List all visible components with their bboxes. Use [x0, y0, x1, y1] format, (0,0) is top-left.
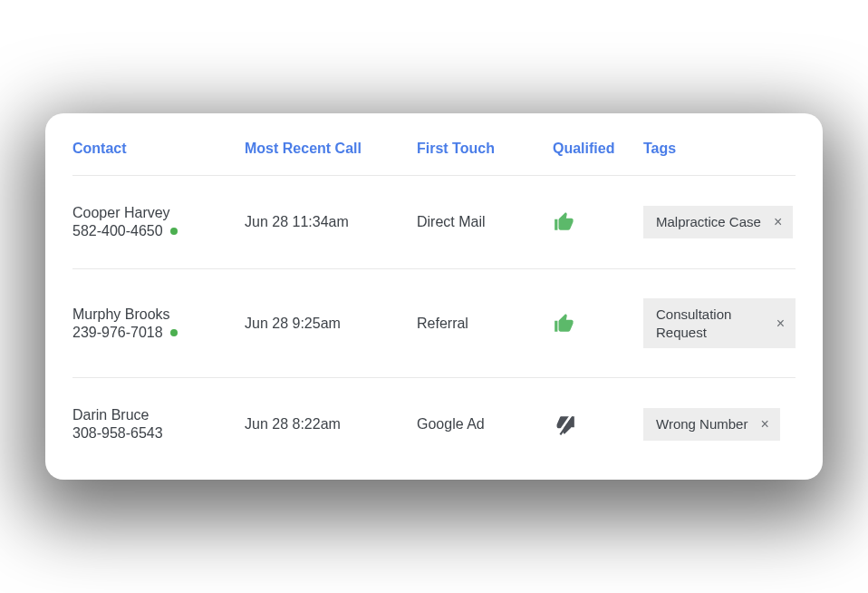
- contact-name: Darin Bruce: [72, 407, 245, 423]
- recent-call-cell: Jun 28 11:34am: [245, 214, 417, 230]
- close-icon[interactable]: ×: [758, 415, 770, 433]
- tag-label: Wrong Number: [656, 415, 747, 433]
- recent-call-cell: Jun 28 8:22am: [245, 416, 417, 433]
- thumbs-up-icon: [553, 312, 576, 335]
- status-dot-icon: [170, 228, 178, 235]
- qualified-cell: [553, 413, 643, 436]
- contacts-table: Contact Most Recent Call First Touch Qua…: [72, 141, 796, 471]
- tag-chip[interactable]: Consultation Request ×: [643, 298, 796, 348]
- table-header-row: Contact Most Recent Call First Touch Qua…: [72, 141, 796, 176]
- tag-label: Malpractice Case: [656, 213, 761, 231]
- contact-phone-wrap: 582-400-4650: [72, 223, 245, 239]
- tag-label: Consultation Request: [656, 306, 764, 341]
- contact-phone: 239-976-7018: [72, 325, 163, 341]
- tags-cell: Consultation Request ×: [643, 298, 796, 348]
- tags-cell: Wrong Number ×: [643, 408, 796, 441]
- contact-name: Murphy Brooks: [72, 306, 245, 323]
- contacts-card: Contact Most Recent Call First Touch Qua…: [45, 113, 823, 480]
- header-contact[interactable]: Contact: [72, 141, 245, 157]
- tag-chip[interactable]: Malpractice Case ×: [643, 206, 793, 238]
- contact-phone-wrap: 308-958-6543: [72, 425, 245, 442]
- thumbs-down-muted-icon: [553, 413, 576, 436]
- contact-phone: 582-400-4650: [72, 223, 163, 239]
- qualified-cell: [553, 210, 643, 234]
- contact-cell: Darin Bruce 308-958-6543: [72, 407, 245, 442]
- table-row[interactable]: Cooper Harvey 582-400-4650 Jun 28 11:34a…: [72, 176, 796, 269]
- contact-cell: Cooper Harvey 582-400-4650: [72, 205, 245, 239]
- header-recent-call[interactable]: Most Recent Call: [245, 141, 417, 157]
- contact-name: Cooper Harvey: [72, 205, 245, 221]
- recent-call-cell: Jun 28 9:25am: [245, 316, 417, 332]
- first-touch-cell: Direct Mail: [417, 214, 553, 230]
- table-row[interactable]: Murphy Brooks 239-976-7018 Jun 28 9:25am…: [72, 269, 796, 378]
- header-qualified[interactable]: Qualified: [553, 141, 643, 157]
- status-dot-icon: [170, 329, 178, 336]
- table-row[interactable]: Darin Bruce 308-958-6543 Jun 28 8:22am G…: [72, 378, 796, 471]
- contact-cell: Murphy Brooks 239-976-7018: [72, 306, 245, 341]
- thumbs-up-icon: [553, 210, 576, 234]
- close-icon[interactable]: ×: [772, 213, 784, 231]
- header-first-touch[interactable]: First Touch: [417, 141, 553, 157]
- header-tags[interactable]: Tags: [643, 141, 796, 157]
- contact-phone: 308-958-6543: [72, 425, 163, 442]
- qualified-cell: [553, 312, 643, 335]
- tag-chip[interactable]: Wrong Number ×: [643, 408, 780, 441]
- first-touch-cell: Referral: [417, 316, 553, 332]
- tags-cell: Malpractice Case ×: [643, 206, 796, 238]
- contact-phone-wrap: 239-976-7018: [72, 325, 245, 341]
- close-icon[interactable]: ×: [775, 315, 786, 333]
- first-touch-cell: Google Ad: [417, 416, 553, 433]
